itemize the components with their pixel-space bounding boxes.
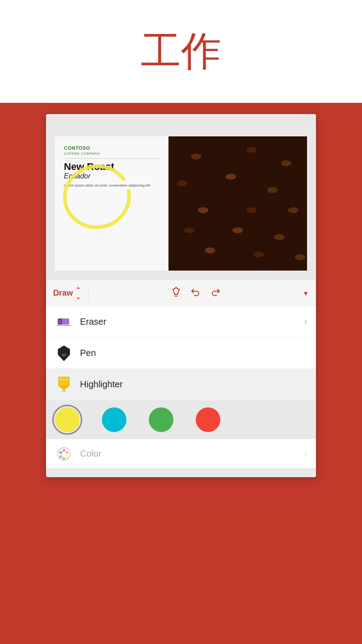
color-cyan[interactable] — [102, 407, 126, 432]
draw-label[interactable]: Draw ⌃⌄ — [53, 286, 81, 301]
pen-menu-item[interactable]: Pen — [46, 338, 316, 369]
color-yellow[interactable] — [55, 407, 80, 432]
chevron-updown-icon[interactable]: ⌃⌄ — [76, 286, 81, 301]
color-menu-item[interactable]: Color › — [46, 439, 316, 468]
eraser-arrow: › — [304, 317, 307, 326]
toolbar-icons — [96, 287, 295, 300]
slide-brand: CONTOSO — [64, 145, 160, 151]
eraser-label: Eraser — [80, 317, 304, 327]
toolbar-dropdown-icon[interactable]: ▼ — [303, 290, 309, 297]
svg-rect-13 — [62, 390, 66, 392]
slide-panel: CONTOSO COFFEE COMPANY New Roast Ecuador… — [46, 114, 316, 477]
pen-icon — [55, 344, 73, 362]
eraser-menu-item[interactable]: Eraser › — [46, 306, 316, 338]
svg-point-19 — [63, 457, 65, 460]
undo-icon[interactable] — [190, 287, 201, 300]
slide-right — [168, 136, 307, 271]
toolbar: Draw ⌃⌄ — [46, 280, 316, 306]
color-swatch-row — [46, 400, 316, 439]
color-label: Color — [80, 449, 304, 459]
color-green[interactable] — [149, 407, 173, 432]
color-red[interactable] — [196, 407, 220, 432]
highlighter-label: Highlighter — [80, 379, 307, 390]
highlight-circle — [60, 157, 134, 230]
svg-marker-12 — [59, 386, 69, 390]
slide-image: CONTOSO COFFEE COMPANY New Roast Ecuador… — [55, 136, 307, 271]
svg-line-2 — [173, 289, 173, 290]
eraser-icon — [55, 313, 73, 331]
svg-point-16 — [63, 449, 65, 452]
idea-icon[interactable] — [171, 287, 181, 300]
draw-text: Draw — [53, 288, 73, 298]
menu-list: Eraser › Pen — [46, 306, 316, 468]
svg-point-20 — [59, 455, 62, 458]
svg-point-18 — [66, 455, 68, 458]
toolbar-divider — [88, 285, 88, 301]
page-title: 工作 — [141, 24, 221, 79]
color-arrow: › — [304, 449, 307, 458]
top-section: 工作 — [0, 0, 362, 103]
slide-brand-sub: COFFEE COMPANY — [64, 152, 160, 156]
pen-label: Pen — [80, 348, 307, 358]
slide-preview: CONTOSO COFFEE COMPANY New Roast Ecuador… — [46, 114, 316, 280]
svg-point-22 — [62, 452, 66, 456]
redo-icon[interactable] — [210, 287, 221, 300]
highlighter-menu-item[interactable]: Highlighter — [46, 369, 316, 400]
coffee-beans-image — [168, 136, 307, 271]
svg-point-0 — [60, 161, 134, 230]
svg-rect-5 — [58, 318, 62, 325]
svg-line-3 — [179, 289, 179, 290]
highlighter-icon — [55, 376, 73, 394]
slide-left: CONTOSO COFFEE COMPANY New Roast Ecuador… — [55, 136, 168, 271]
color-palette-icon — [55, 445, 73, 463]
